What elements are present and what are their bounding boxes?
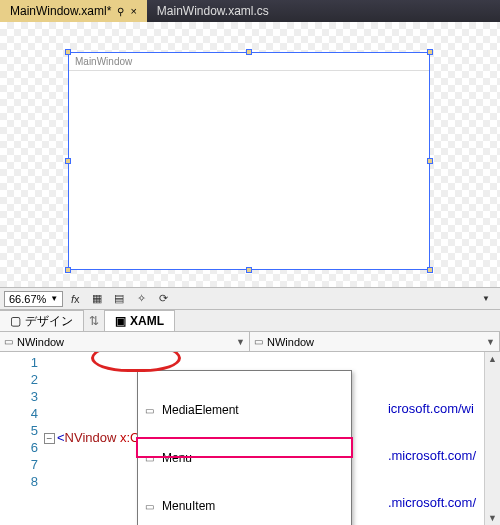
nav-combo-left[interactable]: ▭ NWindow ▼ [0, 332, 250, 351]
snap-icon[interactable]: ✧ [131, 290, 151, 308]
scroll-up-icon[interactable]: ▲ [485, 352, 500, 366]
file-tab-label: MainWindow.xaml* [10, 4, 111, 18]
code-fragment: .microsoft.com/ [388, 447, 484, 464]
vertical-scrollbar[interactable]: ▲ ▼ [484, 352, 500, 525]
resize-handle[interactable] [427, 158, 433, 164]
resize-handle[interactable] [427, 49, 433, 55]
close-icon[interactable]: × [130, 5, 136, 17]
line-number-gutter: 1 2 3 4 5 6 7 8 [0, 352, 44, 525]
grid-icon[interactable]: ▦ [87, 290, 107, 308]
nav-combo-right[interactable]: ▭ NWindow ▼ [250, 332, 500, 351]
pin-icon[interactable]: ⚲ [117, 6, 124, 17]
intellisense-item[interactable]: ▭MediaElement [138, 401, 351, 419]
line-number: 2 [0, 371, 38, 388]
zoom-value: 66.67% [9, 293, 46, 305]
tab-label: デザイン [25, 313, 73, 330]
xaml-designer-surface[interactable]: MainWindow [0, 22, 500, 288]
line-number: 8 [0, 473, 38, 490]
line-number: 5 [0, 422, 38, 439]
design-window-title: MainWindow [69, 53, 429, 71]
line-number: 1 [0, 354, 38, 371]
resize-handle[interactable] [246, 267, 252, 273]
file-tab-other[interactable]: MainWindow.xaml.cs [147, 0, 279, 22]
chevron-down-icon[interactable]: ▼ [476, 290, 496, 308]
xaml-code-editor[interactable]: 1 2 3 4 5 6 7 8 −<NVindow x:Class="WpfAp… [0, 352, 500, 525]
line-number: 7 [0, 456, 38, 473]
file-tab-label: MainWindow.xaml.cs [157, 4, 269, 18]
element-nav-bar: ▭ NWindow ▼ ▭ NWindow ▼ [0, 332, 500, 352]
nav-value: NWindow [17, 336, 64, 348]
element-icon: ▭ [254, 336, 263, 347]
element-icon: ▭ [142, 453, 156, 464]
tab-label: XAML [130, 314, 164, 328]
code-fragment: .microsoft.com/ [388, 494, 484, 511]
fold-minus-icon[interactable]: − [44, 433, 55, 444]
resize-handle[interactable] [246, 49, 252, 55]
scroll-down-icon[interactable]: ▼ [485, 511, 500, 525]
code-fragment: icrosoft.com/wi [388, 400, 484, 417]
item-label: Menu [162, 451, 192, 465]
intellisense-popup[interactable]: ▭MediaElement ▭Menu ▭MenuItem ▭Navigatio… [137, 370, 352, 525]
zoom-combo[interactable]: 66.67% ▼ [4, 291, 63, 307]
line-number: 6 [0, 439, 38, 456]
design-icon: ▢ [10, 314, 21, 328]
file-tab-active[interactable]: MainWindow.xaml* ⚲ × [0, 0, 147, 22]
intellisense-item[interactable]: ▭Menu [138, 449, 351, 467]
grid2-icon[interactable]: ▤ [109, 290, 129, 308]
swap-panes-icon[interactable]: ⇅ [84, 310, 104, 331]
tab-xaml[interactable]: ▣ XAML [104, 310, 175, 331]
xaml-icon: ▣ [115, 314, 126, 328]
element-icon: ▭ [142, 405, 156, 416]
nav-value: NWindow [267, 336, 314, 348]
chevron-down-icon: ▼ [50, 294, 58, 303]
line-number: 3 [0, 388, 38, 405]
item-label: MenuItem [162, 499, 215, 513]
item-label: MediaElement [162, 403, 239, 417]
code-text[interactable]: −<NVindow x:Class="WpfApplication6.MainW… [44, 352, 484, 525]
fx-icon[interactable]: fx [65, 290, 85, 308]
designer-toolbar: 66.67% ▼ fx ▦ ▤ ✧ ⟳ ▼ [0, 288, 500, 310]
resize-handle[interactable] [65, 158, 71, 164]
chevron-down-icon: ▼ [236, 337, 245, 347]
line-number: 4 [0, 405, 38, 422]
resize-handle[interactable] [65, 267, 71, 273]
intellisense-item[interactable]: ▭MenuItem [138, 497, 351, 515]
annotation-ellipse [91, 352, 181, 372]
refresh-icon[interactable]: ⟳ [153, 290, 173, 308]
resize-handle[interactable] [427, 267, 433, 273]
chevron-down-icon: ▼ [486, 337, 495, 347]
design-window[interactable]: MainWindow [68, 52, 430, 270]
tab-design[interactable]: ▢ デザイン [0, 310, 84, 331]
resize-handle[interactable] [65, 49, 71, 55]
element-icon: ▭ [4, 336, 13, 347]
design-xaml-tabs: ▢ デザイン ⇅ ▣ XAML [0, 310, 500, 332]
file-tab-strip: MainWindow.xaml* ⚲ × MainWindow.xaml.cs [0, 0, 500, 22]
element-icon: ▭ [142, 501, 156, 512]
